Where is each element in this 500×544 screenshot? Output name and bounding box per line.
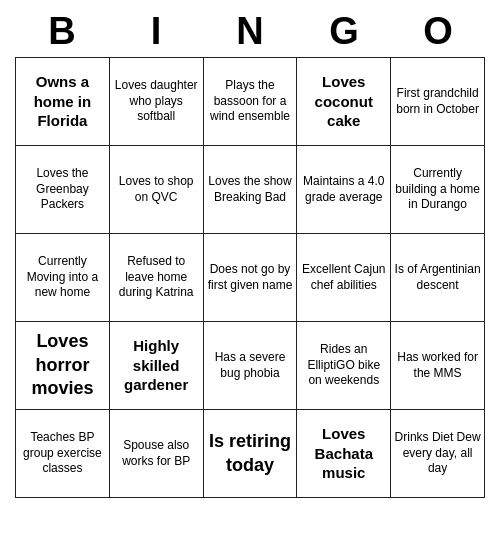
bingo-letter: B (18, 10, 106, 53)
bingo-grid: Owns a home in FloridaLoves daughter who… (15, 57, 485, 498)
bingo-cell: First grandchild born in October (391, 58, 485, 146)
bingo-letter: N (206, 10, 294, 53)
bingo-title: BINGO (15, 10, 485, 53)
bingo-cell: Loves horror movies (16, 322, 110, 410)
bingo-cell: Plays the bassoon for a wind ensemble (204, 58, 298, 146)
bingo-cell: Does not go by first given name (204, 234, 298, 322)
bingo-cell: Teaches BP group exercise classes (16, 410, 110, 498)
bingo-letter: O (394, 10, 482, 53)
bingo-cell: Loves to shop on QVC (110, 146, 204, 234)
bingo-cell: Loves daughter who plays softball (110, 58, 204, 146)
bingo-cell: Has worked for the MMS (391, 322, 485, 410)
bingo-cell: Drinks Diet Dew every day, all day (391, 410, 485, 498)
bingo-cell: Excellent Cajun chef abilities (297, 234, 391, 322)
bingo-cell: Has a severe bug phobia (204, 322, 298, 410)
bingo-cell: Currently Moving into a new home (16, 234, 110, 322)
bingo-cell: Is retiring today (204, 410, 298, 498)
bingo-letter: G (300, 10, 388, 53)
bingo-cell: Refused to leave home during Katrina (110, 234, 204, 322)
bingo-cell: Spouse also works for BP (110, 410, 204, 498)
bingo-cell: Rides an ElliptiGO bike on weekends (297, 322, 391, 410)
bingo-cell: Maintains a 4.0 grade average (297, 146, 391, 234)
bingo-cell: Is of Argentinian descent (391, 234, 485, 322)
bingo-cell: Owns a home in Florida (16, 58, 110, 146)
bingo-letter: I (112, 10, 200, 53)
bingo-cell: Currently building a home in Durango (391, 146, 485, 234)
bingo-cell: Highly skilled gardener (110, 322, 204, 410)
bingo-cell: Loves Bachata music (297, 410, 391, 498)
bingo-cell: Loves the Greenbay Packers (16, 146, 110, 234)
bingo-cell: Loves coconut cake (297, 58, 391, 146)
bingo-cell: Loves the show Breaking Bad (204, 146, 298, 234)
